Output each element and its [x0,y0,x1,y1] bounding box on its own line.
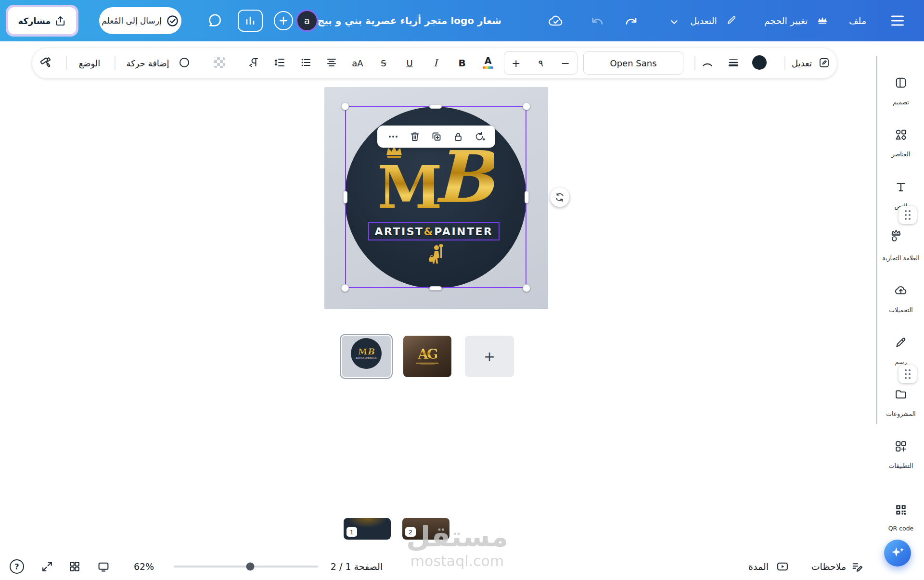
underline-button[interactable]: U [406,58,412,68]
design-icon[interactable] [895,76,907,89]
help-button[interactable]: ? [10,559,24,574]
transparency-icon[interactable] [214,57,225,68]
sidebar-item-draw[interactable]: رسم [895,358,907,366]
avatar[interactable]: a [296,10,318,32]
undo-icon[interactable] [591,15,604,26]
sidebar-item-apps[interactable]: التطبيقات [889,462,913,469]
draw-icon[interactable] [895,336,907,349]
send-to-teacher-button[interactable]: إرسال إلى المُعلم [99,7,181,34]
add-page-button[interactable]: + [465,336,514,377]
divider [694,56,695,70]
resize-handle-right[interactable] [525,191,529,203]
fill-color-swatch[interactable] [752,55,767,70]
rotate-copy-icon[interactable] [474,131,486,142]
sidebar-item-elements[interactable]: العناصر [892,151,910,158]
page-number-badge-1: 1 [346,527,357,537]
sidebar-item-uploads[interactable]: التحميلات [889,306,912,314]
resize-handle-bottom[interactable] [429,286,442,290]
lock-icon[interactable] [452,131,464,142]
notes-button[interactable]: ملاحظات [811,561,847,572]
bullet-list-icon[interactable] [300,57,311,68]
curve-style-icon[interactable] [702,57,713,68]
paint-roller-icon[interactable] [41,56,54,69]
text-direction-icon[interactable] [248,57,259,68]
delete-icon[interactable] [409,131,421,142]
divider [115,56,116,70]
add-collaborator-button[interactable] [274,11,293,30]
chevron-down-icon[interactable] [671,20,678,25]
bold-button[interactable]: B [458,57,465,69]
font-size-value[interactable]: ٩ [538,58,543,68]
line-weight-icon[interactable] [728,57,739,68]
position-button[interactable]: الوضع [79,58,101,68]
resize-button[interactable]: تغيير الحجم [764,15,808,26]
drag-handle-button[interactable] [898,365,917,383]
resize-handle-bottom-right[interactable] [523,284,530,292]
effects-icon[interactable] [179,57,190,68]
apps-icon[interactable] [895,440,907,453]
page-indicator[interactable]: الصفحة 1 / 2 [331,561,383,572]
resize-handle-bottom-left[interactable] [341,284,349,292]
uploads-icon[interactable] [895,284,907,297]
qr-code-icon[interactable] [895,504,907,516]
comments-button[interactable] [207,13,222,28]
insights-button[interactable] [238,10,263,32]
presentation-view-icon[interactable] [97,561,110,573]
sidebar-item-projects[interactable]: المشروعات [886,410,916,417]
font-size-decrease-button[interactable]: − [561,57,570,69]
cloud-saved-icon [548,15,564,27]
file-menu[interactable]: ملف [849,15,866,26]
page-thumbnail-2[interactable]: AG [403,336,451,377]
topbar: ملف تغيير الحجم التعديل شعار logo متجر أ… [0,0,924,41]
sidebar-item-design[interactable]: تصميم [893,99,909,106]
edit-mode-menu[interactable]: التعديل [690,15,717,26]
page-thumbnail-1[interactable]: MB ARTIST&PAINTER [342,336,391,377]
share-button[interactable]: مشاركة [8,7,76,34]
check-circle-icon [166,14,179,27]
thumb-monogram-m: M [358,347,367,356]
text-tool-icon[interactable] [895,180,907,193]
rotate-handle[interactable] [550,188,569,207]
hamburger-menu-icon[interactable] [891,16,904,26]
resize-handle-top-left[interactable] [341,102,349,110]
magic-assistant-button[interactable] [884,540,911,567]
projects-icon[interactable] [895,388,907,401]
rotate-icon [554,192,565,202]
elements-icon[interactable] [895,128,907,141]
duplicate-icon[interactable] [431,131,442,142]
design-title[interactable]: شعار logo متجر أزياء عصرية بني و بيج [318,15,501,26]
sidebar-item-qr-code[interactable]: QR code [888,525,914,532]
text-align-icon[interactable] [326,57,337,68]
brand-icon[interactable] [889,229,903,242]
edit-image-button[interactable]: تعديل [792,58,812,68]
add-animation-button[interactable]: إضافة حركة [126,58,169,68]
more-options-icon[interactable] [387,131,399,142]
strikethrough-button[interactable]: S [381,58,386,68]
sidebar-item-brand[interactable]: العلامة التجارية [882,254,919,262]
font-family-select[interactable]: Open Sans [583,51,683,75]
resize-handle-top-right[interactable] [523,102,530,110]
notes-icon[interactable] [851,561,863,573]
resize-handle-top[interactable] [429,104,442,109]
zoom-level: 62% [134,561,154,572]
thumb-divider-line [416,363,438,364]
resize-handle-left[interactable] [343,191,347,203]
text-case-button[interactable]: aA [352,58,363,68]
divider [784,56,785,70]
font-size-increase-button[interactable]: + [512,57,520,69]
sidebar-scrollbar[interactable] [876,56,877,424]
zoom-slider-handle[interactable] [246,563,255,571]
redo-icon[interactable] [625,15,638,26]
italic-button[interactable]: I [434,57,437,69]
text-color-button[interactable]: A [483,56,493,69]
pencil-icon [727,15,737,25]
canva-editor: ملف تغيير الحجم التعديل شعار logo متجر أ… [0,0,924,580]
grid-view-icon[interactable] [69,561,81,573]
duration-button[interactable]: المدة [748,561,769,572]
drag-handle-button[interactable] [898,206,917,224]
video-duration-icon[interactable] [776,561,789,573]
sparkles-icon [890,545,905,561]
drag-dots-icon [905,210,911,220]
fullscreen-expand-icon[interactable] [41,561,53,573]
line-spacing-icon[interactable] [274,57,285,68]
